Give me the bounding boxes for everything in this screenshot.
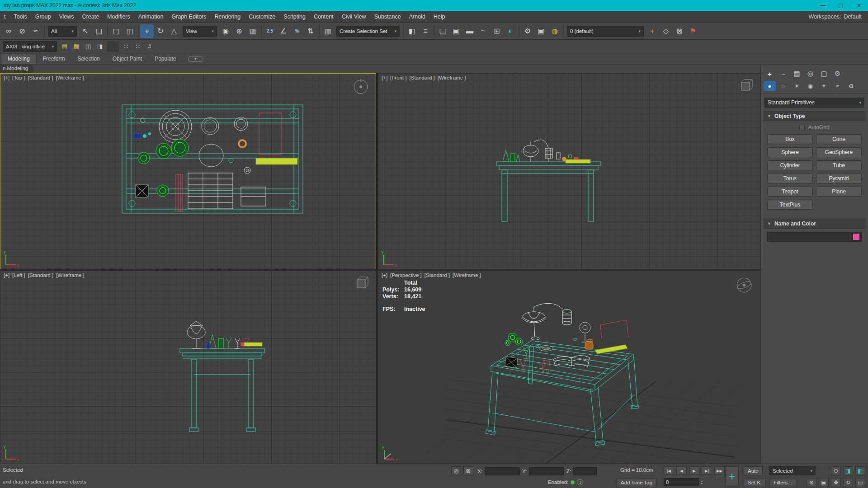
toolbar-separator[interactable] [403, 25, 404, 37]
helpers-category-icon[interactable]: ⌖ [818, 81, 830, 91]
window-restore-button[interactable]: ▢ [832, 0, 850, 11]
viewport-menu-shading[interactable]: [Standard ] [425, 272, 450, 278]
menu-substance[interactable]: Substance [370, 12, 405, 22]
hierarchy-tab-icon[interactable]: ▤ [791, 68, 803, 79]
unlink-selection-icon[interactable]: ⊘ [15, 24, 29, 38]
toolbar-separator[interactable] [138, 25, 139, 37]
utilities-tab-icon[interactable]: ⚙ [831, 68, 844, 79]
project-folder-dropdown[interactable]: AX\3...king office ▾ [3, 41, 57, 52]
viewport-menu-pov[interactable]: [Front ] [390, 75, 406, 80]
viewport-layout-icon[interactable]: ◧ [855, 466, 865, 475]
menu-help[interactable]: Help [429, 12, 449, 22]
snaps-grid-icon[interactable]: # [144, 41, 156, 52]
z-coordinate-field[interactable] [573, 467, 597, 475]
viewport-menu-style[interactable]: [Wireframe ] [56, 272, 85, 278]
orbit-icon[interactable]: ↻ [843, 478, 853, 487]
shapes-category-icon[interactable]: ◌ [777, 81, 789, 91]
window-minimize-button[interactable]: — [814, 0, 832, 11]
save-scene-icon[interactable]: ▤ [59, 41, 71, 52]
named-selection-sets-icon[interactable]: ▥ [321, 24, 335, 38]
select-object-icon[interactable]: ↖ [79, 24, 92, 38]
viewport-menu-pov[interactable]: [Left ] [12, 272, 25, 278]
use-pivot-center-icon[interactable]: ◉ [219, 24, 232, 38]
viewport-menu-style[interactable]: [Wireframe ] [453, 272, 481, 278]
cameras-category-icon[interactable]: ◉ [804, 81, 816, 91]
menu-rendering[interactable]: Rendering [211, 12, 245, 22]
select-scale-icon[interactable]: △ [167, 24, 181, 38]
flag-icon[interactable]: ⚑ [686, 24, 700, 38]
viewcube-gyroscope[interactable] [734, 275, 754, 295]
lights-category-icon[interactable]: ☀ [791, 81, 803, 91]
viewport-menu-shading[interactable]: [Standard ] [410, 75, 435, 80]
bind-to-spacewarp-icon[interactable]: ≈ [29, 24, 42, 38]
menu-civil-view[interactable]: Civil View [338, 12, 370, 22]
key-filters-button[interactable]: Filters... [769, 478, 796, 487]
select-manipulate-icon[interactable]: ⊕ [232, 24, 246, 38]
ribbon-tab-object-paint[interactable]: Object Paint [106, 54, 148, 64]
viewport-top[interactable]: [+] [Top ] [Standard ] [Wireframe ] y x [0, 73, 376, 269]
pyramid-button[interactable]: Pyramid [816, 174, 862, 183]
open-scene-icon[interactable]: ▦ [71, 41, 82, 52]
hold-icon[interactable]: ◨ [94, 41, 106, 52]
menu-tools[interactable]: Tools [9, 12, 31, 22]
toolbar-separator[interactable] [107, 41, 119, 52]
y-coordinate-field[interactable] [529, 467, 564, 475]
reference-coordsys-dropdown[interactable]: View ▾ [183, 26, 217, 37]
motion-tab-icon[interactable]: ◎ [804, 68, 816, 79]
autogrid-checkbox[interactable] [799, 125, 805, 130]
add-time-tag-button[interactable]: Add Time Tag [617, 478, 656, 487]
polygon-modeling-panel-tab[interactable]: n Modeling [0, 65, 33, 73]
percent-snap-icon[interactable]: % [290, 24, 304, 38]
viewport-menu-shading[interactable]: [Standard ] [28, 272, 53, 278]
viewcube[interactable] [738, 78, 754, 94]
viewport-menu-plus[interactable]: [+] [4, 75, 9, 80]
menu-group[interactable]: Group [31, 12, 55, 22]
current-frame-field[interactable]: 0 [664, 478, 699, 486]
ribbon-toggle-icon[interactable]: ▬ [463, 24, 476, 38]
layer-explorer-icon[interactable]: ▣ [449, 24, 463, 38]
selection-lock-icon[interactable]: ⊠ [463, 466, 473, 475]
toolbar-separator[interactable] [44, 25, 45, 37]
select-rotate-icon[interactable]: ↻ [154, 24, 167, 38]
display-tab-icon[interactable]: ▢ [818, 68, 830, 79]
isolate-selection-icon[interactable]: ◎ [451, 466, 461, 475]
geosphere-button[interactable]: GeoSphere [816, 147, 862, 157]
tube-button[interactable]: Tube [816, 160, 862, 170]
go-start-button[interactable]: |◀ [664, 466, 674, 475]
menu-animation[interactable]: Animation [134, 12, 168, 22]
zoom-icon[interactable]: ⊕ [807, 478, 816, 487]
sphere-button[interactable]: Sphere [767, 147, 813, 157]
menu-modifiers[interactable]: Modifiers [103, 12, 134, 22]
menu-customize[interactable]: Customize [245, 12, 279, 22]
rect-selection-icon[interactable]: ▢ [109, 24, 123, 38]
cone-button[interactable]: Cone [816, 134, 862, 144]
schematic-view-icon[interactable]: ⊞ [490, 24, 504, 38]
add-to-scene-icon[interactable]: + [646, 24, 659, 38]
menu-content[interactable]: Content [310, 12, 338, 22]
toolbar-separator[interactable] [107, 25, 108, 37]
key-mode-dropdown[interactable]: Selected ▾ [769, 466, 816, 475]
rendered-frame-icon[interactable]: ▣ [534, 24, 548, 38]
spacewarps-category-icon[interactable]: ≈ [831, 81, 844, 91]
plane-button[interactable]: Plane [816, 187, 862, 197]
toolbar-separator[interactable] [563, 25, 564, 37]
cylinder-button[interactable]: Cylinder [767, 160, 813, 170]
pan-icon[interactable]: ✥ [831, 478, 841, 487]
snap-toggle-icon[interactable]: 2.5 [263, 24, 277, 38]
modify-tab-icon[interactable]: ~ [777, 68, 789, 79]
toolbar-separator[interactable] [434, 25, 434, 37]
set-key-button[interactable]: Set K. [744, 478, 766, 487]
ribbon-tab-freeform[interactable]: Freeform [37, 54, 71, 64]
prev-frame-button[interactable]: ◀ [676, 466, 687, 475]
systems-category-icon[interactable]: ⚙ [845, 81, 857, 91]
scene-search-icon[interactable]: ⊙ [831, 466, 841, 475]
viewport-left[interactable]: [+] [Left ] [Standard ] [Wireframe ] y x [0, 271, 376, 464]
selection-set-dropdown[interactable]: Create Selection Set ▾ [336, 26, 400, 37]
render-setup-icon[interactable]: ⚙ [521, 24, 534, 38]
viewport-menu-style[interactable]: [Wireframe ] [56, 75, 85, 80]
x-coordinate-field[interactable] [485, 467, 520, 475]
lock-selection-icon[interactable]: ⊠ [673, 24, 686, 38]
ribbon-minimize-button[interactable]: ▾ [188, 56, 203, 62]
object-type-rollout-header[interactable]: ▼ Object Type [764, 111, 865, 121]
play-button[interactable]: ▶ [689, 466, 699, 475]
